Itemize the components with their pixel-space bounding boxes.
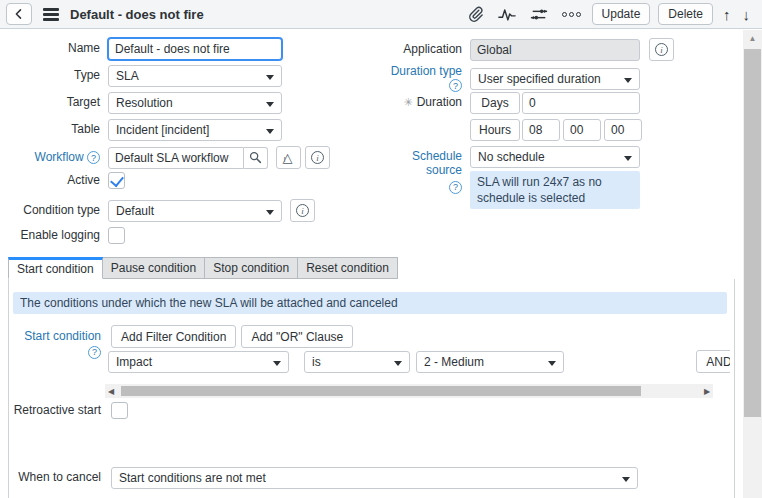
workflow-input[interactable] (108, 147, 244, 169)
name-input[interactable] (108, 38, 282, 60)
duration-type-label[interactable]: Duration type ? (382, 65, 462, 93)
workflow-label[interactable]: Workflow ? (0, 151, 100, 165)
sla-record-form: Default - does not fire Update Delet (0, 0, 762, 498)
when-to-cancel-label: When to cancel (9, 471, 101, 485)
info-icon: i (655, 43, 668, 56)
type-select[interactable]: SLA (108, 65, 282, 87)
attachment-paperclip-icon[interactable] (467, 6, 484, 23)
duration-type-help-icon[interactable]: ? (449, 79, 462, 92)
tab-stop-condition[interactable]: Stop condition (205, 257, 298, 279)
record-title: Default - does not fire (70, 7, 204, 22)
condition-type-field-row: Condition type Default i (0, 199, 315, 222)
workflow-field-row: Workflow ? △! i (0, 146, 330, 169)
name-label: Name (0, 42, 100, 56)
duration-hours-input[interactable] (522, 119, 560, 141)
scroll-right-arrow-icon[interactable]: ▶ (701, 387, 713, 396)
tab-pause-condition[interactable]: Pause condition (103, 257, 205, 279)
next-record-down-arrow-icon[interactable]: ↓ (743, 7, 751, 22)
condition-info-banner: The conditions under which the new SLA w… (13, 292, 727, 314)
workflow-help-icon[interactable]: ? (87, 151, 100, 164)
workflow-lookup-button[interactable] (244, 147, 268, 169)
search-icon (249, 151, 262, 164)
duration-label: ✳Duration (382, 96, 462, 110)
filter-condition-row: Impact is 2 - Medium (108, 351, 564, 373)
retroactive-start-checkbox[interactable] (111, 402, 128, 419)
start-condition-panel: The conditions under which the new SLA w… (8, 279, 735, 498)
duration-hours-row: Hours (382, 119, 642, 141)
condition-type-label: Condition type (0, 204, 100, 218)
retroactive-start-label: Retroactive start (9, 404, 101, 418)
when-to-cancel-row: When to cancel Start conditions are not … (9, 467, 638, 489)
add-filter-condition-button[interactable]: Add Filter Condition (111, 325, 236, 348)
filter-horizontal-scrollbar[interactable]: ◀ ▶ (105, 384, 713, 398)
target-field-row: Target Resolution (0, 92, 282, 114)
info-icon: i (296, 204, 309, 217)
scroll-left-arrow-icon[interactable]: ◀ (105, 387, 117, 396)
schedule-source-label[interactable]: Schedule source ? (382, 146, 462, 194)
previous-record-up-arrow-icon[interactable]: ↑ (723, 7, 731, 22)
chevron-left-icon (13, 8, 25, 20)
duration-type-select[interactable]: User specified duration (470, 68, 640, 90)
condition-type-info-button[interactable]: i (290, 199, 315, 222)
warning-triangle-icon: △! (282, 151, 294, 164)
active-field-row: Active (0, 172, 125, 189)
filter-operator-select[interactable]: is (304, 351, 410, 373)
delete-button[interactable]: Delete (658, 3, 713, 25)
tab-reset-condition[interactable]: Reset condition (298, 257, 398, 279)
schedule-source-note: SLA will run 24x7 as no schedule is sele… (470, 171, 640, 209)
enable-logging-label: Enable logging (0, 229, 100, 243)
when-to-cancel-select[interactable]: Start conditions are not met (111, 467, 638, 489)
filter-field-select[interactable]: Impact (108, 351, 289, 373)
condition-buttons: Add Filter Condition Add "OR" Clause (111, 325, 353, 348)
type-field-row: Type SLA (0, 65, 282, 87)
filter-and-button-clipped: AND (696, 350, 730, 374)
scroll-up-arrow-icon[interactable]: ▲ (743, 30, 762, 46)
and-button[interactable]: AND (696, 350, 730, 373)
start-condition-help-icon[interactable]: ? (88, 346, 101, 359)
add-or-clause-button[interactable]: Add "OR" Clause (241, 325, 353, 348)
start-condition-label: Start condition ? (9, 329, 101, 359)
form-header: Default - does not fire Update Delet (0, 0, 762, 29)
retroactive-start-row: Retroactive start (9, 402, 128, 419)
target-label: Target (0, 96, 100, 110)
additional-actions-menu-icon[interactable] (43, 8, 59, 21)
workflow-info-button[interactable]: i (305, 146, 330, 169)
back-button[interactable] (6, 3, 32, 25)
vertical-scroll-thumb[interactable] (744, 49, 761, 417)
type-label: Type (0, 69, 100, 83)
active-label: Active (0, 174, 100, 188)
activity-stream-icon[interactable] (498, 7, 516, 22)
target-select[interactable]: Resolution (108, 92, 282, 114)
personalize-form-icon[interactable] (530, 7, 548, 22)
active-checkbox[interactable] (108, 172, 125, 189)
duration-seconds-input[interactable] (604, 119, 642, 141)
duration-days-input[interactable] (522, 92, 640, 114)
enable-logging-field-row: Enable logging (0, 227, 125, 244)
duration-hours-cell-label: Hours (470, 119, 520, 141)
filter-value-select[interactable]: 2 - Medium (416, 351, 564, 373)
duration-minutes-input[interactable] (563, 119, 601, 141)
schedule-source-select[interactable]: No schedule (470, 146, 640, 168)
table-select[interactable]: Incident [incident] (108, 119, 282, 141)
application-field-row: Application i (382, 38, 674, 61)
horizontal-scroll-thumb[interactable] (121, 386, 641, 396)
name-field-row: Name (0, 38, 282, 60)
application-label: Application (382, 43, 462, 57)
table-label: Table (0, 123, 100, 137)
enable-logging-checkbox[interactable] (108, 227, 125, 244)
required-asterisk-icon: ✳ (403, 96, 412, 108)
duration-days-cell-label: Days (470, 92, 520, 114)
application-input (470, 39, 640, 61)
duration-type-field-row: Duration type ? User specified duration (382, 65, 640, 93)
info-icon: i (311, 151, 324, 164)
application-info-button[interactable]: i (649, 38, 674, 61)
workflow-warning-button[interactable]: △! (276, 146, 301, 169)
condition-tabs: Start condition Pause condition Stop con… (8, 257, 398, 279)
more-options-icon[interactable] (562, 12, 581, 17)
form-vertical-scrollbar[interactable]: ▲ (743, 30, 762, 498)
condition-type-select[interactable]: Default (108, 200, 282, 222)
schedule-source-help-icon[interactable]: ? (449, 181, 462, 194)
duration-days-row: ✳Duration Days (382, 92, 640, 114)
update-button[interactable]: Update (592, 3, 651, 25)
tab-start-condition[interactable]: Start condition (8, 257, 103, 279)
